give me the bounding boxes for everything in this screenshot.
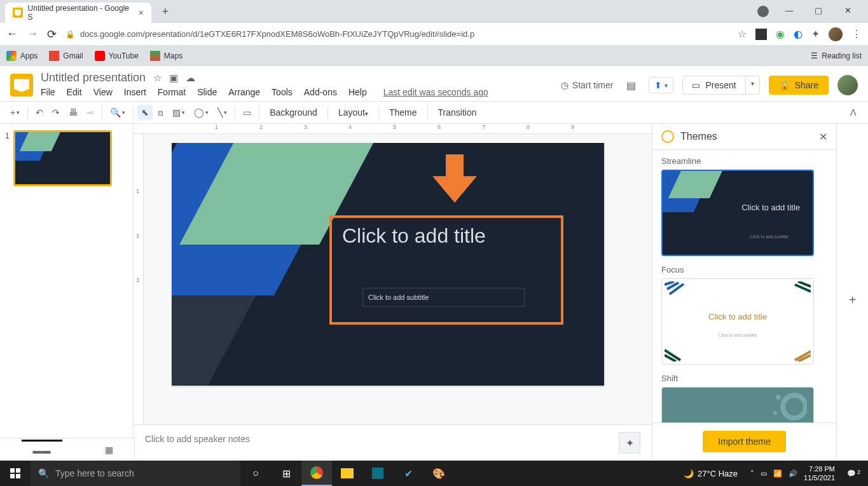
- notifications-icon[interactable]: 💬2: [841, 469, 862, 478]
- user-menu-icon[interactable]: [757, 6, 769, 17]
- ext-3-icon[interactable]: ◐: [794, 28, 803, 40]
- last-edit-status[interactable]: Last edit was seconds ago: [383, 87, 488, 97]
- gmail-bookmark[interactable]: Gmail: [49, 51, 83, 61]
- theme-shift[interactable]: [661, 387, 814, 422]
- profile-avatar[interactable]: [829, 27, 843, 41]
- share-button[interactable]: 🔒Share: [769, 76, 829, 95]
- present-dropdown[interactable]: ▾: [745, 76, 759, 94]
- explore-button[interactable]: ✦: [619, 432, 640, 454]
- filmstrip-view-icon[interactable]: ▬▬: [22, 440, 62, 459]
- transition-button[interactable]: Transition: [432, 105, 483, 120]
- slide-canvas[interactable]: Click to add title Click to add subtitle: [172, 143, 604, 386]
- reading-list-button[interactable]: ☰Reading list: [811, 51, 862, 60]
- collapse-toolbar-icon[interactable]: ᐱ: [850, 107, 862, 118]
- taskbar-search[interactable]: 🔍Type here to search: [31, 461, 240, 486]
- weather-widget[interactable]: 🌙27°C Haze: [684, 469, 738, 478]
- add-addon-button[interactable]: +: [849, 293, 857, 307]
- menu-view[interactable]: View: [93, 87, 113, 97]
- battery-icon[interactable]: ▭: [761, 469, 767, 478]
- back-button[interactable]: ←: [6, 27, 18, 41]
- menu-format[interactable]: Format: [158, 87, 186, 97]
- menu-arrange[interactable]: Arrange: [228, 87, 260, 97]
- theme-focus[interactable]: Click to add title Click to add subtitle: [661, 278, 814, 365]
- maps-bookmark[interactable]: Maps: [150, 51, 183, 61]
- grid-view-icon[interactable]: ▦: [105, 445, 113, 455]
- close-tab-icon[interactable]: ×: [139, 8, 144, 18]
- app-taskbar-icon-2[interactable]: ✔: [393, 461, 424, 486]
- app-taskbar-icon-1[interactable]: [362, 461, 393, 486]
- title-placeholder[interactable]: Click to add title: [342, 224, 486, 248]
- account-avatar[interactable]: [837, 75, 858, 95]
- zoom-button[interactable]: 🔍▾: [106, 105, 129, 120]
- print-button[interactable]: 🖶: [65, 105, 81, 120]
- star-document-icon[interactable]: ☆: [153, 72, 162, 84]
- tab-title: Untitled presentation - Google S: [28, 4, 134, 22]
- line-tool[interactable]: ╲▾: [214, 105, 231, 120]
- minimize-icon[interactable]: —: [780, 6, 798, 17]
- wifi-icon[interactable]: 📶: [773, 469, 782, 478]
- clock[interactable]: 7:28 PM 11/5/2021: [804, 464, 835, 483]
- layout-button[interactable]: Layout▾: [332, 105, 375, 120]
- youtube-bookmark[interactable]: YouTube: [95, 51, 139, 61]
- forward-button[interactable]: →: [27, 27, 38, 41]
- svg-rect-3: [10, 468, 15, 473]
- move-document-icon[interactable]: ▣: [169, 72, 178, 84]
- comment-tool[interactable]: ▭: [239, 105, 255, 120]
- image-tool[interactable]: ▨▾: [169, 105, 189, 120]
- new-tab-button[interactable]: +: [156, 3, 174, 20]
- explorer-taskbar-icon[interactable]: [332, 461, 362, 486]
- paint-taskbar-icon[interactable]: 🎨: [424, 461, 454, 486]
- speaker-notes-input[interactable]: Click to add speaker notes: [134, 424, 652, 460]
- maximize-icon[interactable]: ▢: [809, 6, 827, 17]
- menu-insert[interactable]: Insert: [124, 87, 146, 97]
- extensions-icon[interactable]: ✦: [811, 28, 820, 40]
- upload-button[interactable]: ⬆▾: [649, 77, 673, 93]
- menu-edit[interactable]: Edit: [67, 87, 82, 97]
- subtitle-placeholder[interactable]: Click to add subtitle: [362, 288, 525, 307]
- menu-slide[interactable]: Slide: [197, 87, 217, 97]
- ext-1-icon[interactable]: [755, 29, 767, 40]
- start-timer-button[interactable]: ◷Start timer: [561, 80, 614, 90]
- comments-button[interactable]: ▤: [622, 76, 640, 94]
- menu-help[interactable]: Help: [348, 87, 367, 97]
- menu-addons[interactable]: Add-ons: [304, 87, 337, 97]
- theme-button[interactable]: Theme: [383, 105, 424, 120]
- new-slide-button[interactable]: +▾: [6, 105, 24, 120]
- import-theme-button[interactable]: Import theme: [703, 431, 785, 452]
- redo-button[interactable]: ↷: [48, 105, 64, 120]
- reading-list-icon: ☰: [811, 51, 818, 60]
- close-window-icon[interactable]: ✕: [839, 6, 857, 17]
- shape-tool[interactable]: ◯▾: [190, 105, 212, 120]
- close-panel-icon[interactable]: ✕: [819, 131, 827, 143]
- paint-format-button[interactable]: ⥤: [83, 105, 98, 120]
- chrome-menu-icon[interactable]: ⋮: [851, 28, 862, 40]
- start-button[interactable]: [0, 461, 31, 486]
- background-button[interactable]: Background: [263, 105, 324, 120]
- slides-logo-icon[interactable]: [10, 74, 33, 97]
- select-tool[interactable]: ⬉: [137, 105, 153, 120]
- maps-icon: [150, 51, 160, 61]
- apps-bookmark[interactable]: Apps: [6, 51, 38, 61]
- theme-streamline[interactable]: Click to add title Click to add subtitle: [661, 170, 814, 256]
- star-icon[interactable]: ☆: [738, 28, 747, 40]
- ext-2-icon[interactable]: ◉: [776, 28, 785, 40]
- undo-button[interactable]: ↶: [32, 105, 47, 120]
- menu-tools[interactable]: Tools: [272, 87, 293, 97]
- windows-taskbar: 🔍Type here to search ○ ⊞ ✔ 🎨 🌙27°C Haze …: [0, 461, 868, 486]
- cloud-status-icon[interactable]: ☁: [186, 72, 195, 84]
- present-button[interactable]: ▭Present: [683, 76, 745, 94]
- tray-expand-icon[interactable]: ˄: [750, 469, 754, 478]
- slide-thumbnail-1[interactable]: [13, 130, 112, 186]
- svg-rect-6: [16, 474, 20, 478]
- document-title[interactable]: Untitled presentation: [41, 71, 146, 84]
- cortana-icon[interactable]: ○: [240, 461, 271, 486]
- textbox-tool[interactable]: ⧈: [154, 105, 167, 121]
- reload-button[interactable]: ⟳: [47, 27, 57, 41]
- task-view-icon[interactable]: ⊞: [271, 461, 301, 486]
- browser-tab[interactable]: Untitled presentation - Google S ×: [5, 3, 151, 23]
- chrome-taskbar-icon[interactable]: [301, 461, 332, 486]
- url-bar[interactable]: 🔒 docs.google.com/presentation/d/1eGTXE6…: [65, 29, 729, 39]
- menu-file[interactable]: File: [41, 87, 55, 97]
- volume-icon[interactable]: 🔊: [789, 469, 797, 478]
- weather-icon: 🌙: [684, 469, 694, 478]
